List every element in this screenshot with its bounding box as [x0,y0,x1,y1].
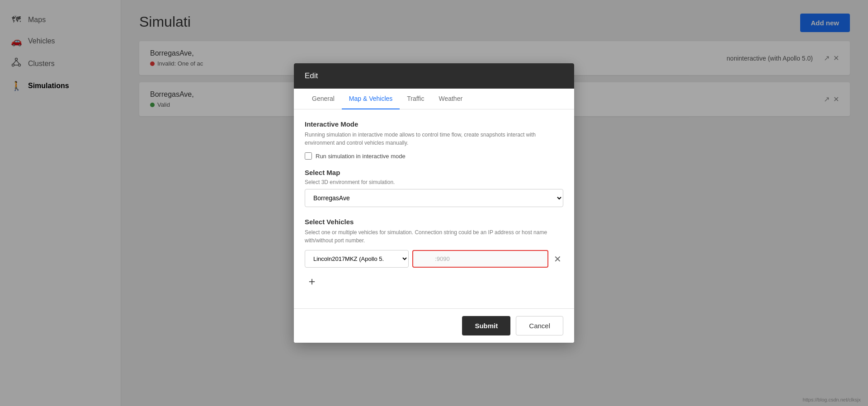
add-vehicle-button[interactable]: ＋ [305,272,319,290]
interactive-mode-desc: Running simulation in interactive mode a… [305,131,563,147]
connection-string-input[interactable] [412,250,548,268]
edit-modal: Edit General Map & Vehicles Traffic Weat… [294,63,574,343]
modal-tabs: General Map & Vehicles Traffic Weather [294,89,574,109]
modal-title: Edit [305,71,318,80]
modal-overlay[interactable]: Edit General Map & Vehicles Traffic Weat… [0,0,868,406]
modal-header: Edit [294,63,574,89]
submit-button[interactable]: Submit [462,316,510,335]
tab-weather[interactable]: Weather [431,89,470,109]
remove-vehicle-button[interactable]: ✕ [552,254,563,264]
select-vehicles-desc: Select one or multiple vehicles for simu… [305,228,563,245]
interactive-mode-checkbox-label[interactable]: Run simulation in interactive mode [316,153,406,160]
interactive-mode-checkbox-row: Run simulation in interactive mode [305,152,563,160]
map-select-dropdown[interactable]: BorregasAve SanFrancisco Borregas CubeTo… [305,189,563,207]
interactive-mode-title: Interactive Mode [305,120,563,128]
tab-traffic[interactable]: Traffic [400,89,431,109]
tab-map-vehicles[interactable]: Map & Vehicles [342,89,400,109]
select-map-title: Select Map [305,169,563,176]
modal-body: Interactive Mode Running simulation in i… [294,109,574,308]
select-map-section: Select Map Select 3D environment for sim… [305,169,563,207]
vehicle-row-1: Lincoln2017MKZ (Apollo 5. Jaguar2015XE (… [305,250,563,268]
vehicle-select-dropdown[interactable]: Lincoln2017MKZ (Apollo 5. Jaguar2015XE (… [305,250,409,268]
select-vehicles-section: Select Vehicles Select one or multiple v… [305,218,563,290]
select-map-desc: Select 3D environment for simulation. [305,179,563,185]
interactive-mode-section: Interactive Mode Running simulation in i… [305,120,563,160]
tab-general[interactable]: General [305,89,342,109]
modal-footer: Submit Cancel [294,308,574,343]
cancel-button[interactable]: Cancel [516,316,563,335]
interactive-mode-checkbox[interactable] [305,152,312,160]
select-vehicles-title: Select Vehicles [305,218,563,226]
